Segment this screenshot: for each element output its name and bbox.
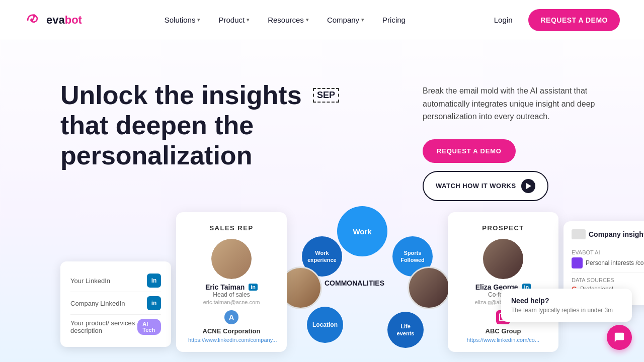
insights-row-1: EVABOT AI Personal interests /content: [572, 245, 644, 273]
sales-company-link[interactable]: https://www.linkedin.com/company...: [188, 337, 277, 343]
nav-company[interactable]: Company ▾: [320, 12, 371, 28]
commonalities-area: Work Workexperience SportsFollowed COMMO…: [277, 206, 448, 362]
sales-rep-email: eric.taiman@acne.com: [188, 299, 275, 305]
chat-open-button[interactable]: [607, 325, 632, 350]
sep-indicator: SEP: [313, 88, 339, 103]
acme-icon: A: [224, 310, 238, 324]
nav-solutions[interactable]: Solutions ▾: [157, 12, 208, 28]
linkedin-row-1: Your LinkedIn in: [70, 269, 161, 292]
chat-title: Need help?: [511, 297, 622, 305]
navbar: evabot Solutions ▾ Product ▾ Resources ▾…: [0, 0, 644, 40]
prospect-avatar: [483, 239, 523, 279]
evabot-ai-label: EVABOT AI: [572, 249, 644, 255]
prospect-company-name: ABC Group: [458, 327, 548, 335]
company-website-icon: [572, 229, 586, 239]
linkedin-badge-small: in: [249, 284, 258, 291]
personal-interests-label: Personal interests /content: [586, 259, 644, 266]
insights-header: Company insights: [572, 229, 644, 239]
hero-title: Unlock the insights SEP that deepen the …: [60, 80, 339, 170]
company-chevron-icon: ▾: [361, 17, 364, 23]
logo-icon: [24, 11, 42, 29]
data-sources-label: DATA SOURCES: [572, 277, 644, 283]
solutions-chevron-icon: ▾: [197, 17, 200, 23]
sales-rep-avatar: [211, 239, 252, 279]
hero-section: Unlock the insights SEP that deepen the …: [0, 40, 644, 201]
bubble-life-events: Lifeevents: [387, 312, 424, 348]
hero-watch-button[interactable]: WATCH HOW IT WORKS: [423, 171, 548, 201]
linkedin-input-card: Your LinkedIn in Company LinkedIn in You…: [60, 261, 171, 347]
product-chevron-icon: ▾: [247, 17, 250, 23]
sales-company-row: A: [188, 310, 275, 324]
chat-bubble-icon: [614, 332, 625, 343]
hero-right: Break the email mold with the AI assista…: [423, 80, 604, 201]
linkedin-icon-2: in: [147, 296, 161, 310]
sales-rep-title: SALES REP: [188, 224, 275, 232]
linkedin-row-3: Your product/ services description AI Te…: [70, 315, 161, 339]
logo[interactable]: evabot: [24, 11, 82, 29]
nav-resources[interactable]: Resources ▾: [261, 12, 316, 28]
hero-description: Break the email mold with the AI assista…: [423, 84, 604, 123]
play-icon: [521, 179, 535, 193]
nav-demo-button[interactable]: REQUEST A DEMO: [528, 9, 620, 31]
chat-widget: Need help? The team typically replies in…: [501, 289, 632, 322]
nav-product[interactable]: Product ▾: [211, 12, 257, 28]
hero-left: Unlock the insights SEP that deepen the …: [60, 80, 339, 170]
nav-links: Solutions ▾ Product ▾ Resources ▾ Compan…: [157, 12, 413, 28]
evabot-ai-icon: [572, 257, 583, 268]
prospect-title: PROSPECT: [458, 224, 548, 232]
sales-company-name: ACNE Corporation: [188, 327, 275, 335]
hero-buttons: REQUEST A DEMO WATCH HOW IT WORKS: [423, 139, 604, 201]
play-triangle: [526, 183, 531, 189]
bubble-work: Work: [337, 206, 387, 256]
prospect-company-link[interactable]: https://www.linkedin.com/co...: [467, 337, 539, 343]
linkedin-icon-1: in: [147, 274, 161, 288]
logo-text-bot: bot: [65, 14, 82, 26]
bubble-location: Location: [307, 307, 343, 343]
nav-pricing[interactable]: Pricing: [375, 12, 413, 28]
login-button[interactable]: Login: [488, 12, 519, 28]
sales-rep-card: SALES REP Eric Taiman in Head of sales e…: [176, 212, 287, 352]
sales-avatar-image: [211, 239, 252, 279]
nav-right: Login REQUEST A DEMO: [488, 9, 620, 31]
illustration-area: Your LinkedIn in Company LinkedIn in You…: [30, 206, 644, 357]
sales-rep-role: Head of sales: [188, 291, 275, 298]
sales-rep-name: Eric Taiman in: [188, 283, 275, 291]
prospect-card: PROSPECT Eliza George in Co-founder eliz…: [448, 212, 558, 352]
logo-text-eva: eva: [46, 14, 65, 26]
ai-tech-badge: AI Tech: [137, 319, 161, 335]
linkedin-row-2: Company LinkedIn in: [70, 292, 161, 315]
commonalities-label: COMMONALITIES: [325, 279, 384, 287]
prospect-person-bubble: [408, 266, 450, 309]
resources-chevron-icon: ▾: [306, 17, 309, 23]
hero-demo-button[interactable]: REQUEST A DEMO: [423, 139, 516, 163]
chat-subtitle: The team typically replies in under 3m: [511, 307, 622, 314]
